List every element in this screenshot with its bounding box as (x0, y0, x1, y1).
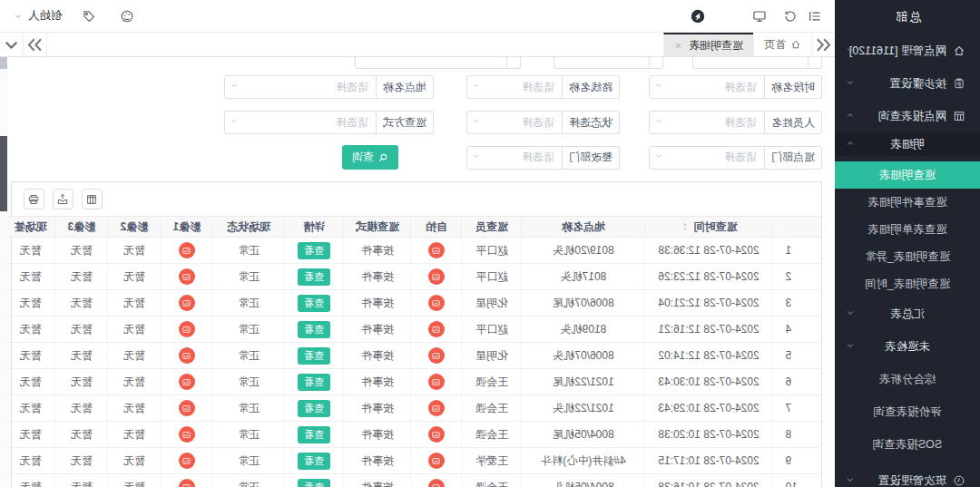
img1-photo-badge[interactable] (179, 400, 195, 416)
img1-photo-badge[interactable] (179, 321, 195, 337)
img1-photo-badge[interactable] (179, 479, 195, 487)
view-detail-button[interactable]: 查看 (298, 321, 330, 338)
filter-select[interactable]: 请选择 (649, 146, 765, 170)
scrollbar-thumb[interactable] (0, 136, 7, 211)
monitor-icon[interactable] (752, 9, 767, 24)
cell-img1 (161, 290, 213, 317)
view-detail-button[interactable]: 查看 (298, 295, 330, 312)
view-detail-button[interactable]: 查看 (298, 242, 330, 259)
img1-photo-badge[interactable] (179, 374, 195, 390)
filter-select[interactable]: 请选择 (649, 75, 765, 99)
column-header-inspector: 巡查员 (462, 217, 522, 238)
img1-photo-badge[interactable] (179, 453, 195, 469)
selfie-photo-badge[interactable] (428, 453, 445, 469)
view-detail-button[interactable]: 查看 (298, 453, 330, 470)
refresh-icon[interactable] (783, 9, 798, 24)
cell-img3: 暂无 (55, 343, 108, 369)
select-placeholder: 请选择 (724, 80, 757, 95)
selfie-photo-badge[interactable] (428, 426, 445, 443)
tag-icon[interactable] (83, 9, 97, 24)
chevron-down-icon (845, 307, 856, 318)
chevron-down-icon (653, 151, 664, 161)
filter-label: 地点名称 (377, 75, 434, 99)
sidebar-item-11[interactable]: 综合分析表 (835, 363, 980, 395)
filter-select[interactable]: 请选择 (466, 146, 563, 170)
img1-photo-badge[interactable] (179, 295, 195, 311)
view-detail-button[interactable]: 查看 (298, 400, 330, 417)
theme-palette-icon[interactable] (121, 9, 135, 24)
close-icon[interactable] (674, 42, 682, 50)
selfie-photo-badge[interactable] (428, 347, 445, 364)
vertical-scrollbar[interactable] (0, 57, 7, 487)
column-header-label: 巡查模式 (356, 220, 399, 233)
filter-select[interactable]: 请选择 (224, 75, 377, 99)
sidebar-item-1[interactable]: 按步骤设置 (835, 67, 980, 100)
column-header-time[interactable]: 巡查时间 (645, 217, 772, 238)
selfie-photo-badge[interactable] (428, 242, 445, 258)
sidebar-item-6[interactable]: 巡查表单明细表 (835, 216, 980, 243)
selfie-photo-badge[interactable] (428, 479, 445, 487)
filter-select[interactable]: 请选择 (466, 75, 563, 99)
filter-select[interactable]: 请选择 (649, 111, 765, 134)
sidebar-item-2[interactable]: 网点报表查询 (835, 100, 980, 132)
tabs-scroll-left[interactable] (811, 33, 835, 56)
view-detail-button[interactable]: 查看 (298, 479, 330, 487)
view-detail-button[interactable]: 查看 (298, 347, 330, 365)
selfie-photo-badge[interactable] (428, 268, 445, 285)
img1-photo-badge[interactable] (179, 268, 195, 285)
tab-0[interactable]: 首页 (753, 33, 811, 56)
cell-img2: 暂无 (108, 317, 161, 343)
cell-sign: 暂无 (6, 238, 55, 264)
print-button[interactable] (24, 189, 44, 209)
cell-sign: 暂无 (6, 474, 55, 487)
sidebar-item-9[interactable]: 汇总表 (835, 297, 980, 330)
cell-text: 8017机头 (561, 270, 607, 283)
selfie-photo-badge[interactable] (428, 400, 445, 416)
cell-text: 6 (786, 375, 792, 388)
img1-photo-badge[interactable] (179, 426, 195, 443)
cell-text: 1021/22机头 (553, 402, 613, 414)
sidebar-item-8[interactable]: 巡查明细表_时间 (835, 270, 980, 297)
column-settings-button[interactable] (82, 189, 103, 209)
selfie-photo-badge[interactable] (428, 374, 445, 390)
tabs-scroll-right[interactable] (24, 33, 47, 56)
column-header-label: 地点名称 (562, 220, 605, 233)
search-button[interactable]: 查询 (342, 145, 398, 170)
sidebar-item-0[interactable]: 网点管理 [1161120] (835, 34, 980, 67)
view-detail-button[interactable]: 查看 (298, 374, 330, 391)
sidebar-item-4[interactable]: 巡查明细表 (835, 161, 980, 189)
img1-photo-badge[interactable] (179, 242, 195, 258)
sidebar-item-5[interactable]: 巡查事件明细表 (835, 189, 980, 216)
view-detail-button[interactable]: 查看 (298, 268, 330, 286)
cell-img3: 暂无 (55, 264, 108, 290)
cell-img3: 暂无 (55, 290, 108, 317)
cell-sign: 暂无 (6, 448, 55, 474)
tabs-dropdown[interactable] (0, 33, 24, 56)
selfie-photo-badge[interactable] (428, 321, 445, 337)
selfie-photo-badge[interactable] (428, 295, 445, 311)
sidebar-item-7[interactable]: 巡查明细表_异常 (835, 243, 980, 270)
img1-photo-badge[interactable] (179, 347, 195, 364)
sort-icon[interactable] (681, 221, 691, 235)
filter-select[interactable]: 请选择 (224, 111, 377, 134)
tab-1[interactable]: 巡查明细表 (663, 33, 753, 56)
user-menu[interactable]: 创始人 (13, 8, 63, 24)
table-row: 92024-07-28 10:17:154#斜井(中心)料斗王爱学按事件查看正常… (6, 448, 821, 474)
sidebar-item-12[interactable]: 评价报表查询 (835, 395, 980, 428)
tab-label: 巡查明细表 (689, 38, 743, 54)
tab-bar: 首页巡查明细表 (0, 33, 835, 57)
sidebar-item-13[interactable]: SOS报表查询 (835, 428, 980, 461)
filter-select[interactable]: 请选择 (466, 111, 563, 134)
cell-text: 按事件 (361, 375, 394, 388)
sidebar-item-10[interactable]: 未巡检表 (835, 330, 980, 363)
sidebar-item-3[interactable]: 明细表 (835, 132, 980, 156)
cell-text: 暂无 (20, 349, 42, 362)
collapse-menu-icon[interactable] (808, 9, 822, 24)
view-detail-button[interactable]: 查看 (298, 426, 330, 443)
scrollbar-top-segment[interactable] (0, 57, 7, 69)
sidebar-item-14[interactable]: 班次管理设置 (835, 464, 980, 487)
pointer-badge-icon[interactable] (691, 9, 705, 24)
sidebar-item-label: 巡查明细表 (879, 168, 936, 183)
tab-label: 首页 (764, 37, 786, 53)
export-button[interactable] (53, 189, 74, 209)
